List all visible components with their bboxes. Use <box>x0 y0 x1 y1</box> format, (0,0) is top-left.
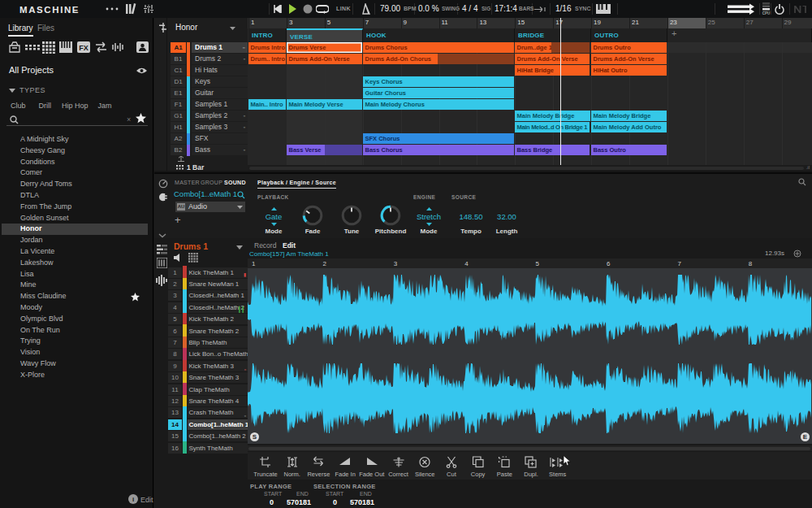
svg-text:FX: FX <box>79 44 89 52</box>
svg-text:i: i <box>132 496 134 503</box>
svg-text:CPU: CPU <box>762 11 771 15</box>
